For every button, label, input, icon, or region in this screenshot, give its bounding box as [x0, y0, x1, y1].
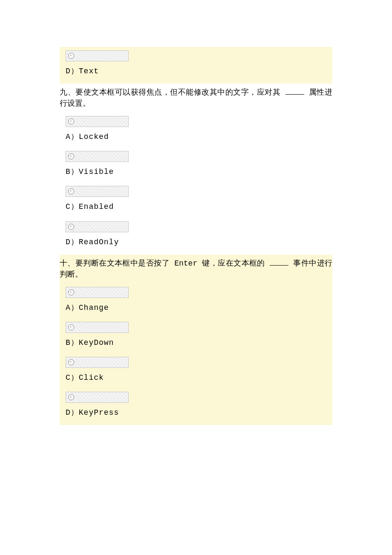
- q9-option-d: D）ReadOnly: [60, 219, 332, 250]
- option-label: D）ReadOnly: [66, 237, 326, 248]
- radio-icon: [68, 119, 74, 124]
- radio-input[interactable]: [66, 322, 129, 333]
- radio-input[interactable]: [66, 186, 129, 197]
- radio-input[interactable]: [66, 221, 129, 232]
- option-label: A）Locked: [66, 131, 326, 142]
- option-label: C）Enabled: [66, 201, 326, 212]
- radio-icon: [68, 289, 74, 295]
- option-label: B）KeyDown: [66, 337, 326, 348]
- q10-option-d: D）KeyPress: [60, 389, 332, 421]
- q9-option-a: A）Locked: [60, 113, 332, 148]
- radio-input[interactable]: [66, 116, 129, 127]
- q10-text-a: 十、要判断在文本框中是否按了 Enter 键，应在文本框的: [60, 259, 270, 268]
- q8-option-d-block: D）Text: [60, 47, 332, 84]
- radio-input[interactable]: [66, 50, 129, 61]
- q9-text-a: 九、要使文本框可以获得焦点，但不能修改其中的文字，应对其: [60, 88, 285, 97]
- radio-input[interactable]: [66, 392, 129, 403]
- page: D）Text 九、要使文本框可以获得焦点，但不能修改其中的文字，应对其 属性进行…: [0, 0, 392, 502]
- q9-option-b: B）Visible: [60, 148, 332, 183]
- option-label: A）Change: [66, 302, 326, 313]
- option-label: C）Click: [66, 372, 326, 383]
- q8-option-d: D）Text: [60, 48, 332, 79]
- q9-option-c: C）Enabled: [60, 183, 332, 218]
- q10-text: 十、要判断在文本框中是否按了 Enter 键，应在文本框的 事件中进行判断。: [60, 255, 332, 284]
- radio-icon: [68, 394, 74, 400]
- radio-input[interactable]: [66, 151, 129, 162]
- q9-block: 九、要使文本框可以获得焦点，但不能修改其中的文字，应对其 属性进行设置。 A）L…: [60, 84, 332, 254]
- q10-option-b: B）KeyDown: [60, 319, 332, 354]
- radio-icon: [68, 224, 74, 230]
- q10-option-a: A）Change: [60, 284, 332, 319]
- radio-icon: [68, 53, 74, 59]
- option-label: B）Visible: [66, 166, 326, 177]
- q10-option-c: C）Click: [60, 354, 332, 389]
- radio-icon: [68, 359, 74, 365]
- option-label: D）Text: [66, 66, 326, 77]
- radio-icon: [68, 188, 74, 194]
- radio-icon: [68, 324, 74, 330]
- option-label: D）KeyPress: [66, 407, 326, 418]
- radio-input[interactable]: [66, 287, 129, 298]
- blank: [285, 94, 304, 95]
- q9-text: 九、要使文本框可以获得焦点，但不能修改其中的文字，应对其 属性进行设置。: [60, 84, 332, 113]
- q10-block: 十、要判断在文本框中是否按了 Enter 键，应在文本框的 事件中进行判断。 A…: [60, 254, 332, 425]
- radio-input[interactable]: [66, 357, 129, 368]
- blank: [270, 265, 288, 266]
- radio-icon: [68, 153, 74, 159]
